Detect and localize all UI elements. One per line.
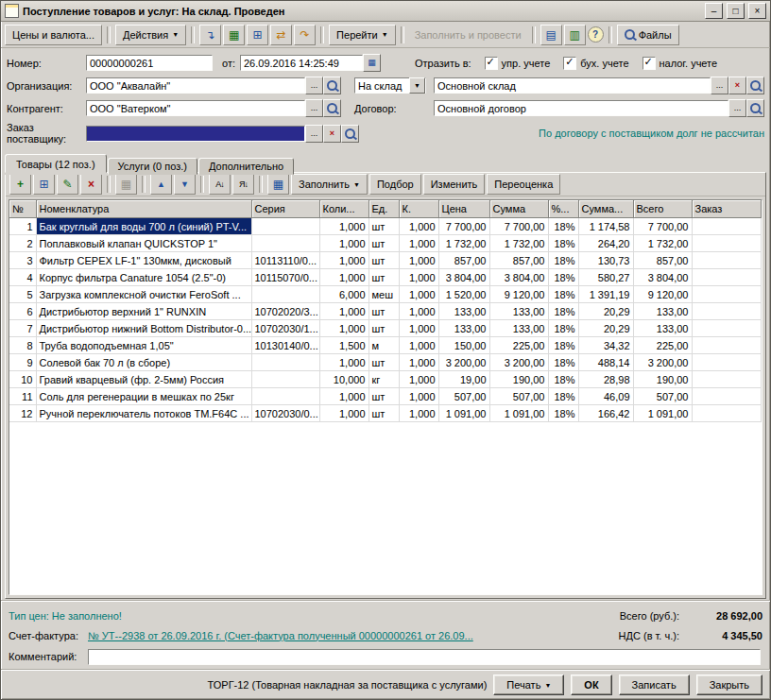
cell-name[interactable]: Ручной переключатель потоков ТМ.F64C ...: [36, 405, 251, 422]
cell-series[interactable]: [251, 235, 319, 252]
fill-check-button[interactable]: ▥: [564, 25, 586, 45]
cell-order[interactable]: [692, 286, 762, 303]
cell-vat[interactable]: 18%: [548, 303, 578, 320]
warehouse-input[interactable]: [434, 77, 711, 94]
cell-vat[interactable]: 18%: [548, 337, 578, 354]
cell-series[interactable]: [251, 371, 319, 388]
help-button[interactable]: ?: [588, 26, 604, 43]
cell-sum[interactable]: 225,00: [489, 337, 548, 354]
cell-k[interactable]: 1,000: [399, 252, 438, 269]
cell-series[interactable]: 10130140/0...: [251, 337, 319, 354]
cell-sum[interactable]: 9 120,00: [489, 286, 548, 303]
cell-n[interactable]: 8: [9, 337, 36, 354]
cell-name[interactable]: Гравий кварцевый (фр. 2-5мм) Россия: [36, 371, 251, 388]
cell-total[interactable]: 133,00: [633, 303, 692, 320]
order-select-button[interactable]: ...: [305, 125, 323, 143]
column-header-vat-sum[interactable]: Сумма...: [578, 200, 633, 218]
cell-k[interactable]: 1,000: [399, 388, 438, 405]
cell-unit[interactable]: шт: [368, 218, 399, 235]
delete-row-button[interactable]: ×: [80, 174, 102, 195]
add-row-button[interactable]: +: [9, 174, 31, 195]
move-down-button[interactable]: ▼: [174, 174, 196, 195]
cell-qty[interactable]: 1,000: [319, 320, 368, 337]
cell-name[interactable]: Поплавковый клапан QUICKSTOP 1": [36, 235, 251, 252]
cell-sum[interactable]: 1 091,00: [489, 405, 548, 422]
contract-open-button[interactable]: [746, 99, 764, 117]
cell-name[interactable]: Дистрибьютор нижний Bottom Distributor-0…: [36, 320, 251, 337]
cell-vat[interactable]: 18%: [548, 405, 578, 422]
table-row[interactable]: 12Ручной переключатель потоков ТМ.F64C .…: [9, 405, 762, 422]
sort-asc-button[interactable]: А↓: [209, 174, 231, 195]
cell-vat[interactable]: 18%: [548, 354, 578, 371]
column-header-price[interactable]: Цена: [438, 200, 489, 218]
cell-vat_sum[interactable]: 1 174,58: [578, 218, 633, 235]
cell-name[interactable]: Корпус фильтра Canature 1054 (2.5"-0): [36, 269, 251, 286]
cell-vat_sum[interactable]: 488,14: [578, 354, 633, 371]
cell-qty[interactable]: 6,000: [319, 286, 368, 303]
cell-k[interactable]: 1,000: [399, 405, 438, 422]
cell-series[interactable]: [251, 218, 319, 235]
cell-n[interactable]: 6: [9, 303, 36, 320]
column-header-unit[interactable]: Ед.: [368, 200, 399, 218]
table-row[interactable]: 3Фильтр CEPEX LF-1" 130мкм, дисковый1011…: [9, 252, 762, 269]
cell-vat_sum[interactable]: 580,27: [578, 269, 633, 286]
warehouse-clear-button[interactable]: ×: [728, 77, 746, 94]
cell-n[interactable]: 11: [9, 388, 36, 405]
cell-n[interactable]: 7: [9, 320, 36, 337]
tab-services[interactable]: Услуги (0 поз.): [108, 158, 197, 175]
column-header-vat-percent[interactable]: %...: [548, 200, 578, 218]
reread-button[interactable]: ▦: [223, 25, 245, 45]
cell-name[interactable]: Солевой бак 70 л (в сборе): [36, 354, 251, 371]
cell-qty[interactable]: 1,000: [319, 218, 368, 235]
warehouse-select-button[interactable]: ...: [711, 77, 728, 94]
organization-open-button[interactable]: [323, 77, 341, 94]
invoice-link[interactable]: № УТ--2938 от 26.09.2016 г. (Счет-фактур…: [88, 630, 473, 641]
cell-qty[interactable]: 1,000: [319, 235, 368, 252]
cell-order[interactable]: [692, 252, 762, 269]
contractor-select-button[interactable]: ...: [305, 99, 323, 117]
cell-price[interactable]: 3 804,00: [438, 269, 489, 286]
cell-total[interactable]: 3 804,00: [633, 269, 692, 286]
cell-name[interactable]: Загрузка комплексной очистки FeroSoft ..…: [36, 286, 251, 303]
post-document-button[interactable]: ↴: [199, 25, 221, 45]
cell-n[interactable]: 2: [9, 235, 36, 252]
cell-sum[interactable]: 190,00: [489, 371, 548, 388]
column-header-total[interactable]: Всего: [633, 200, 692, 218]
cell-n[interactable]: 5: [9, 286, 36, 303]
organization-input[interactable]: [86, 77, 305, 94]
cell-name[interactable]: Фильтр CEPEX LF-1" 130мкм, дисковый: [36, 252, 251, 269]
cell-price[interactable]: 1 091,00: [438, 405, 489, 422]
cell-n[interactable]: 3: [9, 252, 36, 269]
grid-settings-button[interactable]: ▦: [115, 174, 137, 195]
cell-order[interactable]: [692, 371, 762, 388]
column-header-quantity[interactable]: Коли...: [319, 200, 368, 218]
move-up-button[interactable]: ▲: [150, 174, 172, 195]
table-row[interactable]: 2Поплавковый клапан QUICKSTOP 1"1,000шт1…: [9, 235, 762, 252]
cell-total[interactable]: 133,00: [633, 320, 692, 337]
cell-unit[interactable]: шт: [368, 388, 399, 405]
cell-k[interactable]: 1,000: [399, 337, 438, 354]
checkbox-buh-uchete[interactable]: бух. учете: [563, 57, 628, 70]
cell-series[interactable]: [251, 354, 319, 371]
cell-price[interactable]: 857,00: [438, 252, 489, 269]
cell-series[interactable]: [251, 388, 319, 405]
cell-order[interactable]: [692, 303, 762, 320]
column-header-coefficient[interactable]: К.: [399, 200, 438, 218]
cell-qty[interactable]: 1,000: [319, 252, 368, 269]
cell-price[interactable]: 150,00: [438, 337, 489, 354]
change-button[interactable]: Изменить: [423, 174, 486, 195]
cell-vat[interactable]: 18%: [548, 388, 578, 405]
cell-total[interactable]: 1 732,00: [633, 235, 692, 252]
calendar-button[interactable]: ▦: [363, 54, 381, 72]
cell-sum[interactable]: 133,00: [489, 320, 548, 337]
maximize-button[interactable]: □: [727, 3, 745, 19]
number-input[interactable]: [86, 55, 213, 71]
cell-total[interactable]: 7 700,00: [633, 218, 692, 235]
cell-total[interactable]: 190,00: [633, 371, 692, 388]
cell-unit[interactable]: шт: [368, 354, 399, 371]
contract-select-button[interactable]: ...: [728, 99, 746, 117]
cell-name[interactable]: Соль для регенерации в мешках по 25кг: [36, 388, 251, 405]
cell-n[interactable]: 1: [9, 218, 36, 235]
cell-price[interactable]: 1 732,00: [438, 235, 489, 252]
cell-unit[interactable]: меш: [368, 286, 399, 303]
